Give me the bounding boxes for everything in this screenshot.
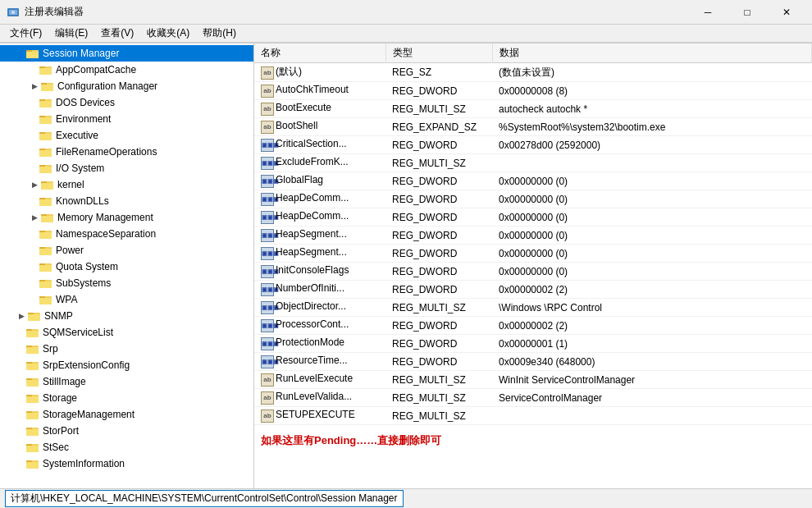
maximize-button[interactable]: □	[728, 0, 766, 25]
reg-icon-dword: ▣▣▣	[261, 229, 274, 242]
table-row[interactable]: abBootExecuteREG_MULTI_SZautocheck autoc…	[254, 100, 812, 118]
reg-name: ExcludeFromK...	[276, 156, 349, 167]
main-content: Session Manager AppCompatCache ▶ Configu…	[0, 43, 812, 488]
tree-item-config-manager[interactable]: ▶ Configuration Manager	[0, 78, 253, 94]
reg-icon-dword: ▣▣▣	[261, 319, 274, 332]
reg-name: ProcessorCont...	[276, 318, 349, 330]
menu-help[interactable]: 帮助(H)	[196, 25, 243, 42]
tree-item-sysinfo[interactable]: SystemInformation	[0, 455, 253, 472]
table-row[interactable]: ▣▣▣ExcludeFromK...REG_MULTI_SZ	[254, 154, 812, 172]
reg-name: HeapDeComm...	[276, 210, 349, 222]
table-row[interactable]: ▣▣▣InitConsoleFlagsREG_DWORD0x00000000 (…	[254, 263, 812, 281]
table-row[interactable]: ▣▣▣HeapDeComm...REG_DWORD0x00000000 (0)	[254, 208, 812, 227]
table-row[interactable]: abAutoChkTimeoutREG_DWORD0x00000008 (8)	[254, 82, 812, 100]
close-button[interactable]: ✕	[768, 0, 805, 25]
tree-item-io[interactable]: I/O System	[0, 160, 253, 176]
table-row[interactable]: ab(默认)REG_SZ(数值未设置)	[254, 63, 812, 82]
tree-item-kernel[interactable]: ▶ kernel	[0, 176, 253, 193]
tree-label-storport: StorPort	[43, 425, 79, 437]
reg-type-cell: REG_MULTI_SZ	[385, 299, 492, 317]
tree-item-srp[interactable]: Srp	[0, 341, 253, 357]
table-row[interactable]: ▣▣▣HeapDeComm...REG_DWORD0x00000000 (0)	[254, 190, 812, 208]
tree-item-snmp[interactable]: ▶ SNMP	[0, 308, 253, 324]
status-bar: 计算机\HKEY_LOCAL_MACHINE\SYSTEM\CurrentCon…	[0, 488, 812, 508]
reg-icon-dword: ▣▣▣	[261, 247, 274, 260]
tree-item-power[interactable]: Power	[0, 242, 253, 259]
folder-icon-stsec	[26, 441, 39, 454]
reg-name-cell: abBootShell	[254, 118, 385, 136]
tree-label-namespace: NamespaceSeparation	[56, 228, 156, 240]
col-type[interactable]: 类型	[385, 43, 492, 63]
reg-data-cell: 0x00000000 (0)	[492, 172, 812, 190]
tree-item-sqm[interactable]: SQMServiceList	[0, 324, 253, 341]
minimize-button[interactable]: ─	[689, 0, 727, 25]
folder-icon-knowndlls	[39, 195, 52, 208]
tree-label-storagemgmt: StorageManagement	[43, 409, 135, 420]
tree-item-executive[interactable]: Executive	[0, 127, 253, 144]
menu-view[interactable]: 查看(V)	[94, 25, 140, 42]
table-row[interactable]: ▣▣▣ResourceTime...REG_DWORD0x0009e340 (6…	[254, 353, 812, 371]
svg-rect-68	[26, 396, 39, 403]
tree-item-subsystems[interactable]: SubSystems	[0, 275, 253, 291]
table-row[interactable]: ▣▣▣CriticalSection...REG_DWORD0x00278d00…	[254, 136, 812, 154]
reg-type-cell: REG_DWORD	[385, 136, 492, 154]
tree-item-environment[interactable]: Environment	[0, 111, 253, 127]
reg-icon-ab: ab	[261, 373, 274, 387]
menu-bar: 文件(F) 编辑(E) 查看(V) 收藏夹(A) 帮助(H)	[0, 25, 812, 43]
reg-name-cell: ▣▣▣ResourceTime...	[254, 353, 385, 371]
table-row[interactable]: abSETUPEXECUTEREG_MULTI_SZ	[254, 407, 812, 425]
reg-icon-dword: ▣▣▣	[261, 211, 274, 224]
reg-name-cell: ▣▣▣ExcludeFromK...	[254, 154, 385, 172]
tree-item-stillimage[interactable]: StillImage	[0, 373, 253, 390]
tree-item-dos-devices[interactable]: DOS Devices	[0, 94, 253, 111]
tree-item-knowndlls[interactable]: KnownDLLs	[0, 193, 253, 209]
table-row[interactable]: abRunLevelExecuteREG_MULTI_SZWinInit Ser…	[254, 371, 812, 389]
table-row[interactable]: abRunLevelValida...REG_MULTI_SZServiceCo…	[254, 389, 812, 407]
table-row[interactable]: ▣▣▣GlobalFlagREG_DWORD0x00000000 (0)	[254, 172, 812, 190]
table-row[interactable]: ▣▣▣ProcessorCont...REG_DWORD0x00000002 (…	[254, 317, 812, 335]
expand-icon-memory[interactable]: ▶	[30, 213, 39, 222]
svg-rect-38	[39, 232, 52, 239]
tree-item-storage[interactable]: Storage	[0, 390, 253, 406]
tree-panel[interactable]: Session Manager AppCompatCache ▶ Configu…	[0, 43, 254, 488]
col-name[interactable]: 名称	[254, 43, 385, 63]
tree-item-stsec[interactable]: StSec	[0, 439, 253, 455]
reg-data-cell: 0x0009e340 (648000)	[492, 353, 812, 371]
tree-item-storport[interactable]: StorPort	[0, 423, 253, 439]
tree-item-quota[interactable]: Quota System	[0, 259, 253, 275]
menu-favorites[interactable]: 收藏夹(A)	[140, 25, 196, 42]
reg-type-cell: REG_MULTI_SZ	[385, 154, 492, 172]
tree-item-wpa[interactable]: WPA	[0, 291, 253, 308]
tree-item-memory[interactable]: ▶ Memory Management	[0, 209, 253, 226]
menu-edit[interactable]: 编辑(E)	[48, 25, 94, 42]
col-data[interactable]: 数据	[492, 43, 812, 63]
tree-item-session-manager[interactable]: Session Manager	[0, 45, 253, 62]
expand-icon-snmp[interactable]: ▶	[16, 311, 26, 321]
menu-file[interactable]: 文件(F)	[3, 25, 48, 42]
tree-label-wpa: WPA	[56, 294, 77, 305]
table-row[interactable]: abBootShellREG_EXPAND_SZ%SystemRoot%\sys…	[254, 118, 812, 136]
reg-name: SETUPEXECUTE	[276, 409, 355, 420]
svg-rect-32	[39, 199, 52, 206]
tree-item-namespace[interactable]: NamespaceSeparation	[0, 226, 253, 242]
table-row[interactable]: ▣▣▣ObjectDirector...REG_MULTI_SZ\Windows…	[254, 299, 812, 317]
svg-rect-59	[26, 347, 39, 354]
table-row[interactable]: ▣▣▣HeapSegment...REG_DWORD0x00000000 (0)	[254, 227, 812, 245]
folder-icon-namespace	[39, 227, 52, 240]
tree-item-filerename[interactable]: FileRenameOperations	[0, 144, 253, 160]
expand-icon-config[interactable]: ▶	[30, 81, 39, 91]
tree-item-storagemgmt[interactable]: StorageManagement	[0, 406, 253, 423]
expand-icon-kernel[interactable]: ▶	[30, 180, 39, 190]
reg-icon-ab: ab	[261, 103, 274, 116]
reg-name-cell: ▣▣▣HeapDeComm...	[254, 208, 385, 227]
tree-item-srpext[interactable]: SrpExtensionConfig	[0, 357, 253, 373]
tree-label-knowndlls: KnownDLLs	[56, 195, 109, 207]
table-row[interactable]: ▣▣▣ProtectionModeREG_DWORD0x00000001 (1)	[254, 335, 812, 353]
reg-type-cell: REG_DWORD	[385, 281, 492, 299]
reg-name-cell: ab(默认)	[254, 63, 385, 82]
tree-item-appcompat[interactable]: AppCompatCache	[0, 62, 253, 78]
svg-rect-74	[26, 429, 39, 436]
table-row[interactable]: ▣▣▣NumberOfIniti...REG_DWORD0x00000002 (…	[254, 281, 812, 299]
svg-rect-14	[39, 101, 52, 108]
table-row[interactable]: ▣▣▣HeapSegment...REG_DWORD0x00000000 (0)	[254, 245, 812, 263]
